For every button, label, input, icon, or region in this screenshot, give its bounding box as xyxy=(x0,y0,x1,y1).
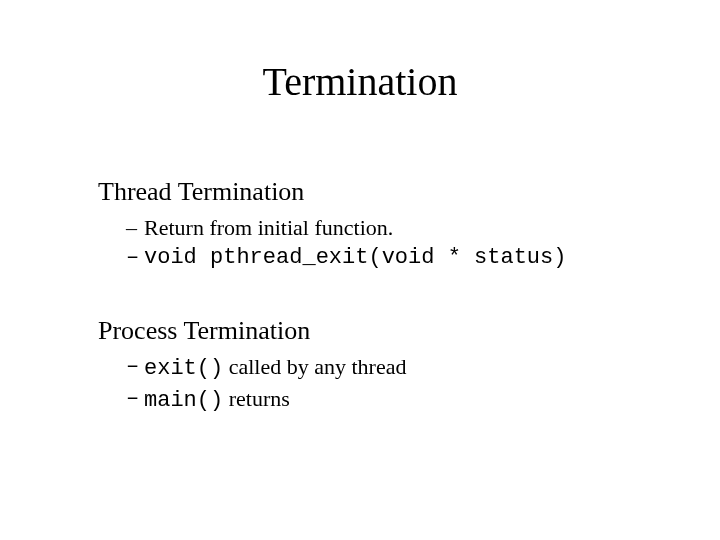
section-heading-thread-termination: Thread Termination xyxy=(98,177,680,207)
bullet-text: Return from initial function. xyxy=(144,213,680,243)
bullet-code: exit() xyxy=(144,356,223,381)
bullet-dash: – xyxy=(126,213,144,243)
bullet-item: – main() returns xyxy=(126,384,680,416)
bullet-dash: – xyxy=(126,352,144,384)
bullet-text: main() returns xyxy=(144,384,680,416)
bullet-list-process-termination: – exit() called by any thread – main() r… xyxy=(98,352,680,415)
bullet-text: exit() called by any thread xyxy=(144,352,680,384)
bullet-text-rest: returns xyxy=(223,386,290,411)
slide-content: Thread Termination – Return from initial… xyxy=(0,177,720,416)
bullet-dash: – xyxy=(126,384,144,416)
bullet-item: – exit() called by any thread xyxy=(126,352,680,384)
slide-title: Termination xyxy=(0,58,720,105)
bullet-code: void pthread_exit(void * status) xyxy=(144,243,680,273)
bullet-list-thread-termination: – Return from initial function. – void p… xyxy=(98,213,680,272)
bullet-item: – void pthread_exit(void * status) xyxy=(126,243,680,273)
bullet-text-rest: called by any thread xyxy=(223,354,406,379)
section-heading-process-termination: Process Termination xyxy=(98,316,680,346)
slide: Termination Thread Termination – Return … xyxy=(0,58,720,540)
bullet-dash: – xyxy=(126,243,144,273)
bullet-item: – Return from initial function. xyxy=(126,213,680,243)
bullet-code: main() xyxy=(144,388,223,413)
